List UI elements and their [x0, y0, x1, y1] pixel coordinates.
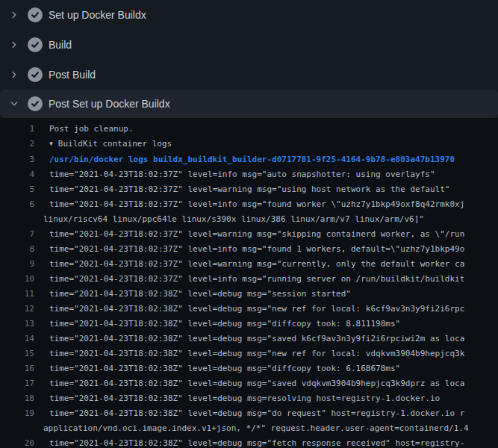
log-line-number[interactable]: 12: [0, 302, 34, 317]
log-line: 18time="2021-04-23T18:02:38Z" level=debu…: [0, 391, 498, 406]
log-line-content: time="2021-04-23T18:02:38Z" level=debug …: [43, 436, 464, 448]
log-text-row: time="2021-04-23T18:02:37Z" level=warnin…: [43, 257, 464, 272]
log-line-content: time="2021-04-23T18:02:37Z" level=warnin…: [43, 257, 464, 272]
log-line-number[interactable]: 11: [0, 287, 34, 302]
command-text: /usr/bin/docker logs buildx_buildkit_bui…: [43, 152, 455, 167]
step-row-build[interactable]: Build: [0, 30, 498, 60]
log-line-number[interactable]: 1: [0, 122, 34, 137]
log-line-number[interactable]: 5: [0, 182, 34, 197]
log-line-number[interactable]: 15: [0, 346, 34, 361]
log-text-row: time="2021-04-23T18:02:38Z" level=debug …: [43, 302, 464, 317]
log-text-row: time="2021-04-23T18:02:37Z" level=info m…: [43, 197, 464, 212]
log-line: 12time="2021-04-23T18:02:38Z" level=debu…: [0, 302, 498, 317]
log-line-number[interactable]: 19: [0, 406, 34, 421]
log-line-content: time="2021-04-23T18:02:38Z" level=debug …: [43, 302, 464, 317]
log-text-row: time="2021-04-23T18:02:37Z" level=warnin…: [43, 182, 449, 197]
log-line-content: ▼BuildKit container logs: [43, 137, 172, 152]
log-text-row: Post job cleanup.: [43, 122, 134, 137]
log-line-number[interactable]: 16: [0, 361, 34, 376]
log-text-row: time="2021-04-23T18:02:37Z" level=info m…: [43, 167, 435, 182]
step-label: Post Build: [49, 69, 96, 81]
log-text-row: time="2021-04-23T18:02:38Z" level=debug …: [43, 287, 351, 302]
log-line-number[interactable]: 9: [0, 257, 34, 272]
log-line: 5time="2021-04-23T18:02:37Z" level=warni…: [0, 182, 498, 197]
step-label: Post Set up Docker Buildx: [49, 98, 170, 110]
step-label: Build: [49, 39, 72, 51]
log-text-row: time="2021-04-23T18:02:38Z" level=debug …: [43, 436, 464, 448]
log-line-number[interactable]: 8: [0, 242, 34, 257]
log-line: 3/usr/bin/docker logs buildx_buildkit_bu…: [0, 152, 498, 167]
log-line: 16time="2021-04-23T18:02:38Z" level=debu…: [0, 361, 498, 376]
steps-list: Set up Docker Buildx Build Post Build Po…: [0, 0, 498, 118]
log-line-number[interactable]: 3: [0, 152, 34, 167]
log-text-row: application/vnd.oci.image.index.v1+json,…: [43, 421, 469, 436]
log-text-row: time="2021-04-23T18:02:38Z" level=debug …: [43, 332, 464, 346]
log-text-row: time="2021-04-23T18:02:38Z" level=debug …: [43, 317, 400, 332]
log-line: 20time="2021-04-23T18:02:38Z" level=debu…: [0, 436, 498, 448]
log-text-row: time="2021-04-23T18:02:38Z" level=debug …: [43, 376, 464, 391]
log-line-number[interactable]: 18: [0, 391, 34, 406]
log-text-row: time="2021-04-23T18:02:38Z" level=debug …: [43, 391, 440, 406]
log-line-content: time="2021-04-23T18:02:37Z" level=warnin…: [43, 182, 449, 197]
log-line: 14time="2021-04-23T18:02:38Z" level=debu…: [0, 332, 498, 346]
log-line: 7time="2021-04-23T18:02:37Z" level=warni…: [0, 227, 498, 242]
log-text-row: time="2021-04-23T18:02:38Z" level=debug …: [43, 361, 400, 376]
log-line-content: Post job cleanup.: [43, 122, 134, 137]
log-line-content: time="2021-04-23T18:02:37Z" level=info m…: [43, 242, 464, 257]
log-text-row: time="2021-04-23T18:02:37Z" level=warnin…: [43, 227, 464, 242]
log-text-row: time="2021-04-23T18:02:38Z" level=debug …: [43, 406, 469, 421]
log-line: 13time="2021-04-23T18:02:38Z" level=debu…: [0, 317, 498, 332]
log-line-number[interactable]: 7: [0, 227, 34, 242]
log-line-content: time="2021-04-23T18:02:38Z" level=debug …: [43, 361, 400, 376]
log-text-row: linux/riscv64 linux/ppc64le linux/s390x …: [43, 212, 464, 227]
log-line-content: time="2021-04-23T18:02:38Z" level=debug …: [43, 317, 400, 332]
log-line: 17time="2021-04-23T18:02:38Z" level=debu…: [0, 376, 498, 391]
log-line-content: /usr/bin/docker logs buildx_buildkit_bui…: [43, 152, 455, 167]
log-line-content: time="2021-04-23T18:02:37Z" level=warnin…: [43, 227, 464, 242]
log-group-header[interactable]: ▼BuildKit container logs: [43, 137, 172, 152]
chevron-right-icon[interactable]: [9, 69, 19, 80]
group-expand-triangle-icon[interactable]: ▼: [49, 137, 53, 152]
log-line-content: time="2021-04-23T18:02:38Z" level=debug …: [43, 406, 469, 436]
step-row-post-set-up-docker-buildx[interactable]: Post Set up Docker Buildx: [0, 90, 498, 118]
log-line: 19time="2021-04-23T18:02:38Z" level=debu…: [0, 406, 498, 436]
chevron-right-icon[interactable]: [9, 40, 19, 50]
log-line-content: time="2021-04-23T18:02:38Z" level=debug …: [43, 287, 351, 302]
log-line-number[interactable]: 6: [0, 197, 34, 212]
log-line: 15time="2021-04-23T18:02:38Z" level=debu…: [0, 346, 498, 361]
chevron-right-icon[interactable]: [9, 10, 19, 20]
log-text-row: time="2021-04-23T18:02:38Z" level=debug …: [43, 346, 464, 361]
log-line: 2▼BuildKit container logs: [0, 137, 498, 152]
log-line-content: time="2021-04-23T18:02:38Z" level=debug …: [43, 376, 464, 391]
log-line-number[interactable]: 14: [0, 332, 34, 346]
log-line: 9time="2021-04-23T18:02:37Z" level=warni…: [0, 257, 498, 272]
group-label: BuildKit container logs: [58, 139, 172, 149]
check-circle-icon: [28, 67, 43, 82]
chevron-down-icon[interactable]: [9, 99, 19, 109]
log-line: 6time="2021-04-23T18:02:37Z" level=info …: [0, 197, 498, 227]
step-row-set-up-docker-buildx[interactable]: Set up Docker Buildx: [0, 0, 498, 30]
log-line-number[interactable]: 2: [0, 137, 34, 152]
log-line: 1Post job cleanup.: [0, 122, 498, 137]
log-line-content: time="2021-04-23T18:02:37Z" level=info m…: [43, 272, 464, 287]
check-circle-icon: [28, 37, 43, 52]
log-line-content: time="2021-04-23T18:02:38Z" level=debug …: [43, 391, 440, 406]
log-line: 11time="2021-04-23T18:02:38Z" level=debu…: [0, 287, 498, 302]
log-line-number[interactable]: 13: [0, 317, 34, 332]
log-text-row: time="2021-04-23T18:02:37Z" level=info m…: [43, 272, 464, 287]
log-text-row: time="2021-04-23T18:02:37Z" level=info m…: [43, 242, 464, 257]
log-line: 4time="2021-04-23T18:02:37Z" level=info …: [0, 167, 498, 182]
check-circle-icon: [28, 96, 43, 111]
log-line-content: time="2021-04-23T18:02:37Z" level=info m…: [43, 167, 435, 182]
log-line-number[interactable]: 10: [0, 272, 34, 287]
log-line-content: time="2021-04-23T18:02:38Z" level=debug …: [43, 346, 464, 361]
log-line-content: time="2021-04-23T18:02:37Z" level=info m…: [43, 197, 464, 227]
log-line-number[interactable]: 4: [0, 167, 34, 182]
step-row-post-build[interactable]: Post Build: [0, 60, 498, 90]
step-label: Set up Docker Buildx: [49, 9, 146, 21]
log-line: 10time="2021-04-23T18:02:37Z" level=info…: [0, 272, 498, 287]
check-circle-icon: [28, 7, 43, 22]
log-line-number[interactable]: 17: [0, 376, 34, 391]
log-line-number[interactable]: 20: [0, 436, 34, 448]
log-panel: 1Post job cleanup.2▼BuildKit container l…: [0, 118, 498, 448]
